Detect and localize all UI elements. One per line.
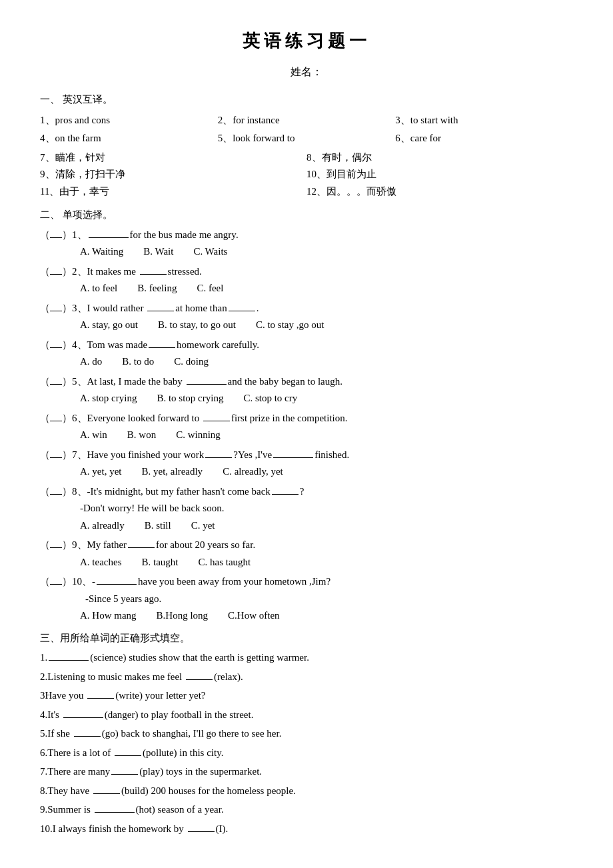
q-text: My fatherfor about 20 years so far. [87, 537, 256, 554]
section3-items: 1.(science) studies show that the earth … [40, 649, 573, 837]
question-block: （ ）3、 I would rather at home than. A. st… [40, 300, 573, 334]
q-text: It makes me stressed. [87, 263, 202, 281]
list-item: 12、因。。。而骄傲 [306, 183, 573, 201]
q-paren: （ [40, 573, 50, 591]
options-line: A. yet, yetB. yet, alreadlyC. alreadly, … [80, 463, 573, 481]
list-item: 9.Summer is (hot) season of a year. [40, 801, 573, 819]
q-text2: -Since 5 years ago. [85, 593, 161, 604]
q-num: ）8、 [62, 483, 87, 501]
list-item: 4、on the farm [40, 129, 218, 148]
answer-blank [50, 421, 62, 421]
q-paren: （ [40, 227, 50, 244]
list-item: 5.If she (go) back to shanghai, I'll go … [40, 725, 573, 743]
list-item: 2.Listening to music makes me feel (rela… [40, 669, 573, 686]
answer-blank [50, 547, 62, 548]
question-block: （ ）1、 for the bus made me angry. A. Wait… [40, 227, 573, 261]
q-text: Have you finished your work?Yes ,I'vefin… [87, 447, 350, 464]
q-num: ）6、 [62, 410, 87, 427]
list-item: 4.It's (danger) to play football in the … [40, 707, 573, 724]
options-line: A. doB. to doC. doing [80, 353, 573, 371]
question-block: （ ）8、 -It's midnight, but my father hasn… [40, 483, 573, 535]
list-item: 1、pros and cons [40, 111, 218, 130]
q-paren: （ [40, 537, 50, 554]
q-num: ）10、 [62, 573, 92, 591]
q-num: ）1、 [62, 227, 87, 244]
question-block: （ ）5、 At last, I made the baby and the b… [40, 373, 573, 407]
question-block: （ ）9、 My fatherfor about 20 years so far… [40, 537, 573, 571]
list-item: 10、到目前为止 [306, 166, 573, 183]
q-paren: （ [40, 410, 50, 427]
page-title: 英语练习题一 [40, 27, 573, 56]
options-line: A. stop cryingB. to stop cryingC. stop t… [80, 390, 573, 407]
list-item: 7、瞄准，针对 [40, 149, 306, 167]
q-paren: （ [40, 373, 50, 391]
question-block: （ ）10、 -have you been away from your hom… [40, 573, 573, 625]
list-item: 1.(science) studies show that the earth … [40, 649, 573, 667]
list-item: 11、由于，幸亏 [40, 183, 306, 201]
q-paren: （ [40, 263, 50, 281]
answer-blank [50, 584, 62, 585]
options-line: A. alreadlyB. stillC. yet [80, 517, 573, 535]
list-item: 9、清除，打扫干净 [40, 166, 306, 183]
options-line: A. to feelB. feelingC. feel [80, 280, 573, 297]
q-paren: （ [40, 447, 50, 464]
q-text: Everyone looked forward to first prize i… [87, 410, 348, 427]
list-item: 8.They have (build) 200 houses for the h… [40, 783, 573, 800]
answer-blank [50, 311, 62, 311]
list-item: 3Have you (write) your letter yet? [40, 687, 573, 705]
q-text: At last, I made the baby and the baby be… [87, 373, 343, 391]
answer-blank [50, 274, 62, 275]
options-line: A. WaitingB. WaitC. Waits [80, 243, 573, 261]
q-text: I would rather at home than. [87, 300, 259, 317]
q-text2: -Don't worry! He will be back soon. [80, 503, 224, 513]
list-item: 7.There are many(play) toys in the super… [40, 763, 573, 781]
q-text: -have you been away from your hometown ,… [92, 573, 330, 591]
answer-blank [50, 494, 62, 495]
q-num: ）7、 [62, 447, 87, 464]
q-paren: （ [40, 483, 50, 501]
question-block: （ ）6、 Everyone looked forward to first p… [40, 410, 573, 444]
q-num: ）3、 [62, 300, 87, 317]
options-line: A. How mangB.Hong longC.How often [80, 607, 573, 625]
answer-blank [50, 347, 62, 348]
q-text: Tom was madehomework carefully. [87, 337, 260, 354]
q-num: ）2、 [62, 263, 87, 281]
list-item: 3、to start with [395, 111, 573, 130]
list-item: 2、for instance [218, 111, 396, 130]
section1-title: 一、 英汉互译。 [40, 91, 573, 109]
list-item: 5、look forward to [218, 129, 396, 148]
q-num: ）5、 [62, 373, 87, 391]
q-text: for the bus made me angry. [87, 227, 239, 244]
options-line: A. winB. wonC. winning [80, 427, 573, 444]
answer-blank [50, 237, 62, 238]
q-text: -It's midnight, but my father hasn't com… [87, 483, 305, 501]
answer-blank [50, 457, 62, 458]
question-block: （ ）4、 Tom was madehomework carefully. A.… [40, 337, 573, 371]
q-paren: （ [40, 300, 50, 317]
name-line: 姓名： [40, 63, 573, 81]
question-block: （ ）7、 Have you finished your work?Yes ,I… [40, 447, 573, 481]
answer-blank [50, 384, 62, 385]
section2-title: 二、 单项选择。 [40, 207, 573, 224]
options-line: A. teachesB. taughtC. has taught [80, 554, 573, 571]
q-paren: （ [40, 337, 50, 354]
options-line: A. stay, go outB. to stay, to go outC. t… [80, 317, 573, 334]
section3-title: 三、用所给单词的正确形式填空。 [40, 630, 573, 647]
list-item: 6.There is a lot of (pollute) in this ci… [40, 745, 573, 762]
list-item: 10.I always finish the homework by (I). [40, 821, 573, 838]
q-num: ）4、 [62, 337, 87, 354]
list-item: 6、care for [395, 129, 573, 148]
q-num: ）9、 [62, 537, 87, 554]
list-item: 8、有时，偶尔 [306, 149, 573, 167]
question-block: （ ）2、 It makes me stressed. A. to feelB.… [40, 263, 573, 297]
